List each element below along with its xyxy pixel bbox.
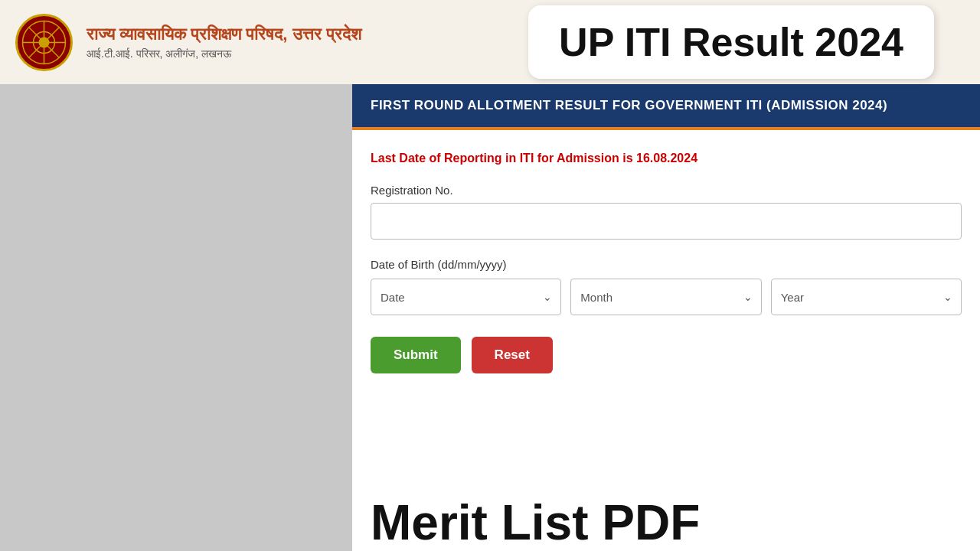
logo	[15, 14, 73, 71]
year-select[interactable]: Year Year2000200120022003200420052006200…	[771, 279, 962, 315]
main-content: FIRST ROUND ALLOTMENT RESULT FOR GOVERNM…	[0, 84, 980, 551]
header: राज्य व्यावसायिक प्रशिक्षण परिषद, उत्तर …	[0, 0, 980, 84]
reset-button[interactable]: Reset	[472, 337, 553, 373]
banner-title: UP ITI Result 2024	[559, 20, 903, 64]
dob-selects: Date Date1234567891011121314151617181920…	[371, 279, 962, 315]
year-select-wrapper: Year Year2000200120022003200420052006200…	[771, 279, 962, 315]
date-select[interactable]: Date Date1234567891011121314151617181920…	[371, 279, 561, 315]
date-select-wrapper: Date Date1234567891011121314151617181920…	[371, 279, 561, 315]
merit-list-text: Merit List PDF	[371, 495, 700, 550]
registration-label: Registration No.	[371, 184, 962, 197]
header-title: राज्य व्यावसायिक प्रशिक्षण परिषद, उत्तर …	[87, 24, 361, 44]
form-area: Last Date of Reporting in ITI for Admiss…	[352, 130, 980, 494]
month-select-wrapper: Month MonthJanuaryFebruaryMarchAprilMayJ…	[570, 279, 761, 315]
buttons-row: Submit Reset	[371, 337, 962, 373]
registration-input[interactable]	[371, 203, 962, 240]
month-select[interactable]: Month MonthJanuaryFebruaryMarchAprilMayJ…	[570, 279, 761, 315]
submit-button[interactable]: Submit	[371, 337, 461, 373]
result-banner: UP ITI Result 2024	[528, 5, 934, 79]
svg-point-7	[39, 37, 50, 47]
merit-list-section: Merit List PDF	[352, 494, 980, 551]
dob-label: Date of Birth (dd/mm/yyyy)	[371, 258, 962, 271]
last-date-notice: Last Date of Reporting in ITI for Admiss…	[371, 152, 962, 165]
header-subtitle: आई.टी.आई. परिसर, अलीगंज, लखनऊ	[87, 47, 361, 60]
right-panel: FIRST ROUND ALLOTMENT RESULT FOR GOVERNM…	[352, 84, 980, 551]
allotment-header-bar: FIRST ROUND ALLOTMENT RESULT FOR GOVERNM…	[352, 84, 980, 130]
allotment-header-text: FIRST ROUND ALLOTMENT RESULT FOR GOVERNM…	[371, 98, 887, 112]
header-text-block: राज्य व्यावसायिक प्रशिक्षण परिषद, उत्तर …	[87, 24, 361, 60]
left-sidebar	[0, 84, 352, 551]
